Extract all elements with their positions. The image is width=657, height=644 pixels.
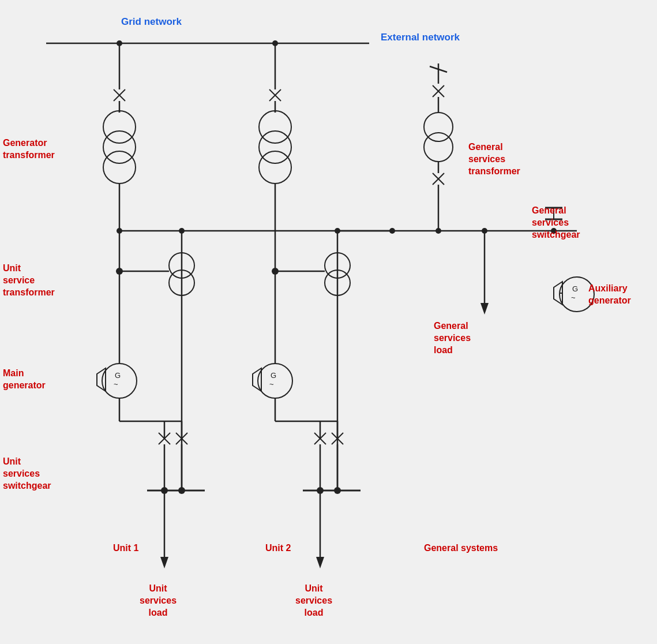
svg-point-34 [436, 228, 441, 234]
external-network-label: External network [381, 32, 460, 43]
diagram-container: G ~ G ~ [0, 0, 657, 644]
svg-point-4 [117, 40, 122, 46]
general-services-load-label: General services load [434, 320, 471, 356]
svg-point-22 [259, 131, 291, 163]
auxiliary-generator-label: Auxiliary generator [588, 283, 631, 307]
generator-transformer-label: Generator transformer [3, 137, 55, 162]
svg-point-108 [334, 487, 341, 494]
svg-marker-112 [316, 557, 324, 568]
svg-point-70 [117, 228, 122, 234]
svg-point-18 [103, 151, 136, 184]
svg-point-27 [424, 133, 453, 162]
main-generator-label: Main generator [3, 368, 46, 392]
svg-marker-41 [480, 303, 489, 314]
svg-text:~: ~ [571, 293, 576, 302]
general-services-switchgear-label: General services switchgear [532, 205, 580, 241]
general-services-transformer-label: General services transformer [468, 141, 520, 177]
svg-point-6 [272, 40, 278, 46]
unit2-label: Unit 2 [265, 542, 291, 555]
svg-text:G: G [271, 371, 276, 380]
svg-point-16 [103, 111, 136, 143]
svg-point-105 [178, 487, 185, 494]
svg-text:~: ~ [269, 380, 274, 388]
svg-point-77 [258, 364, 292, 398]
svg-text:G: G [115, 371, 121, 380]
svg-text:G: G [572, 284, 578, 293]
svg-marker-110 [160, 557, 168, 568]
svg-point-17 [103, 131, 136, 163]
unit-services-switchgear-label: Unit services switchgear [3, 456, 51, 492]
unit-services-load1-label: Unit services load [140, 583, 177, 619]
svg-point-23 [259, 151, 291, 184]
unit-services-load2-label: Unit services load [295, 583, 332, 619]
svg-point-71 [102, 364, 137, 398]
grid-network-label: Grid network [121, 16, 182, 28]
unit1-label: Unit 1 [113, 542, 138, 555]
svg-point-21 [259, 111, 291, 143]
svg-text:~: ~ [114, 380, 118, 388]
general-systems-label: General systems [424, 542, 498, 555]
unit-service-transformer-label: Unit service transformer [3, 263, 55, 298]
